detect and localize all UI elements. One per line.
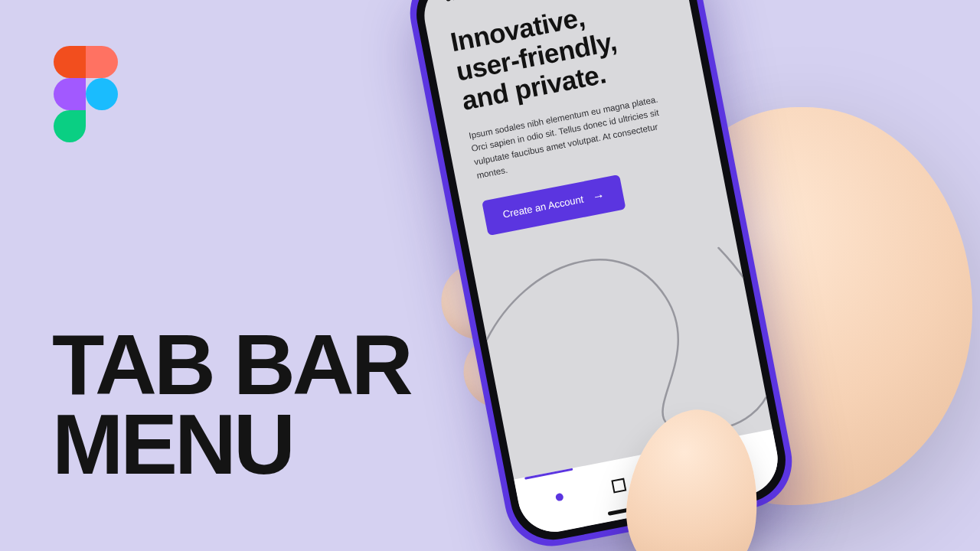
page-title: TAB BAR MENU [52,325,410,484]
figma-logo-segment-blue [86,78,118,110]
phone-mockup: 9:41 Innovative, user-friendly, and priv… [402,0,800,551]
status-time: 9:41 [444,0,469,4]
tab-triangle[interactable] [654,452,701,496]
home-dot-icon [554,493,564,502]
arrow-right-icon: → [591,189,606,204]
figma-logo-segment-green [54,110,86,142]
cta-label: Create an Account [502,194,585,220]
phone-screen: 9:41 Innovative, user-friendly, and priv… [418,0,784,538]
square-icon [609,477,627,494]
tab-home[interactable] [535,475,583,519]
hexagon-icon [727,453,747,473]
tab-hexagon[interactable] [714,441,761,484]
figma-logo [54,46,118,142]
figma-logo-segment-red [54,46,86,78]
screen-content: Innovative, user-friendly, and private. … [448,0,705,236]
figma-logo-segment-purple [54,78,86,110]
triangle-icon [668,465,688,484]
svg-rect-0 [612,479,626,493]
figma-logo-segment-orange [86,46,118,78]
tab-square[interactable] [595,464,642,507]
